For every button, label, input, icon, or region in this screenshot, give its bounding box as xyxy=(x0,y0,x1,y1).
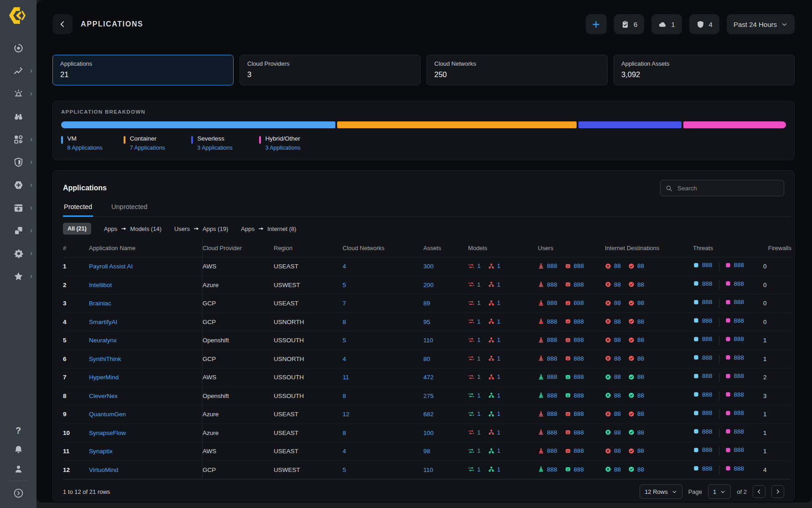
sidebar-item-alert-siren[interactable]: › xyxy=(0,82,36,105)
metric-count-link[interactable]: 1 xyxy=(477,318,481,325)
application-name-link[interactable]: Payroll Assist AI xyxy=(89,263,133,270)
metric-count-link[interactable]: 888 xyxy=(574,262,584,269)
metric-count-link[interactable]: 88 xyxy=(614,281,621,288)
sidebar-item-bell[interactable] xyxy=(0,440,36,459)
metric-count-link[interactable]: 888 xyxy=(734,372,744,379)
metric-count-link[interactable]: 888 xyxy=(547,410,557,417)
cloud-networks-link[interactable]: 5 xyxy=(343,282,346,288)
metric-count-link[interactable]: 88 xyxy=(637,299,644,306)
metric-count-link[interactable]: 888 xyxy=(702,354,713,361)
stat-card-cloud-providers[interactable]: Cloud Providers3 xyxy=(239,55,421,85)
metric-count-link[interactable]: 888 xyxy=(574,392,584,399)
metric-count-link[interactable]: 88 xyxy=(637,281,644,288)
filter-apps-models-14-[interactable]: AppsModels (14) xyxy=(104,225,161,232)
metric-count-link[interactable]: 888 xyxy=(574,429,584,436)
add-button[interactable] xyxy=(586,14,607,34)
legend-count-link[interactable]: 8 Applications xyxy=(68,145,103,151)
sidebar-item-settings[interactable]: › xyxy=(0,242,36,265)
application-name-link[interactable]: HyperMind xyxy=(89,374,119,381)
application-name-link[interactable]: Synaptix xyxy=(89,448,113,455)
metric-count-link[interactable]: 888 xyxy=(734,428,744,435)
legend-count-link[interactable]: 3 Applications xyxy=(265,145,301,151)
application-name-link[interactable]: Intellibot xyxy=(89,282,112,288)
metric-count-link[interactable]: 1 xyxy=(477,299,481,306)
sidebar-item-user[interactable] xyxy=(0,459,36,478)
metric-count-link[interactable]: 888 xyxy=(734,280,744,287)
breakdown-segment-hybrid-other[interactable] xyxy=(683,121,786,128)
metric-count-link[interactable]: 888 xyxy=(574,466,584,473)
metric-count-link[interactable]: 1 xyxy=(497,466,501,473)
sidebar-item-expand[interactable] xyxy=(0,483,36,503)
assets-link[interactable]: 100 xyxy=(423,429,434,436)
metric-count-link[interactable]: 88 xyxy=(614,373,621,380)
metric-count-link[interactable]: 88 xyxy=(637,373,644,380)
metric-count-link[interactable]: 88 xyxy=(614,392,621,399)
metric-count-link[interactable]: 1 xyxy=(477,466,481,473)
metric-count-link[interactable]: 888 xyxy=(734,317,744,324)
legend-count-link[interactable]: 3 Applications xyxy=(198,145,233,151)
brand-logo[interactable] xyxy=(8,5,28,26)
metric-count-link[interactable]: 888 xyxy=(734,299,744,305)
metric-count-link[interactable]: 888 xyxy=(702,446,713,453)
metric-count-link[interactable]: 888 xyxy=(702,262,713,268)
sidebar-item-shield[interactable]: › xyxy=(0,151,36,173)
metric-count-link[interactable]: 88 xyxy=(614,262,621,269)
filter-users-apps-19-[interactable]: UsersApps (19) xyxy=(174,225,228,232)
search-box[interactable] xyxy=(660,180,784,196)
application-name-link[interactable]: VirtuoMind xyxy=(89,466,118,473)
metric-count-link[interactable]: 88 xyxy=(614,410,621,417)
metric-count-link[interactable]: 888 xyxy=(547,466,557,473)
assets-link[interactable]: 200 xyxy=(423,282,434,288)
assets-link[interactable]: 300 xyxy=(423,263,434,270)
application-name-link[interactable]: SynthiThink xyxy=(89,356,121,362)
stat-card-cloud-networks[interactable]: Cloud Networks250 xyxy=(427,55,608,85)
sidebar-item-components[interactable]: › xyxy=(0,128,36,151)
metric-count-link[interactable]: 88 xyxy=(614,318,621,325)
metric-count-link[interactable]: 88 xyxy=(637,447,644,454)
application-name-link[interactable]: Neuralynx xyxy=(89,337,117,344)
metric-count-link[interactable]: 1 xyxy=(497,318,501,325)
cloud-networks-link[interactable]: 8 xyxy=(343,393,346,399)
breakdown-segment-vm[interactable] xyxy=(61,121,335,128)
metric-count-link[interactable]: 888 xyxy=(547,429,557,436)
metric-count-link[interactable]: 1 xyxy=(497,410,501,417)
metric-count-link[interactable]: 88 xyxy=(637,466,644,473)
cloud-networks-link[interactable]: 12 xyxy=(343,411,349,418)
metric-count-link[interactable]: 88 xyxy=(614,429,621,436)
metric-count-link[interactable]: 888 xyxy=(734,354,744,361)
metric-count-link[interactable]: 1 xyxy=(497,262,501,269)
sidebar-item-hexagon-plus[interactable]: › xyxy=(0,173,36,196)
metric-count-link[interactable]: 888 xyxy=(734,391,744,398)
metric-count-link[interactable]: 888 xyxy=(702,280,713,287)
sidebar-item-window-plus[interactable]: › xyxy=(0,196,36,219)
application-name-link[interactable]: CleverNex xyxy=(89,393,118,399)
cloud-networks-link[interactable]: 4 xyxy=(343,263,346,270)
search-input[interactable] xyxy=(677,184,779,192)
metric-count-link[interactable]: 888 xyxy=(547,447,557,454)
cloud-networks-link[interactable]: 7 xyxy=(343,300,346,307)
metric-count-link[interactable]: 888 xyxy=(547,281,557,288)
metric-count-link[interactable]: 888 xyxy=(547,262,557,269)
assets-link[interactable]: 110 xyxy=(423,466,433,473)
metric-count-link[interactable]: 888 xyxy=(734,335,744,342)
metric-count-link[interactable]: 1 xyxy=(477,373,481,380)
cloud-networks-link[interactable]: 4 xyxy=(343,356,346,362)
metric-count-link[interactable]: 888 xyxy=(547,336,557,343)
metric-count-link[interactable]: 888 xyxy=(702,409,713,416)
metric-count-link[interactable]: 888 xyxy=(734,262,744,268)
metric-count-link[interactable]: 88 xyxy=(637,262,644,269)
next-page-button[interactable] xyxy=(771,485,784,498)
metric-count-link[interactable]: 1 xyxy=(497,336,501,343)
metric-count-link[interactable]: 1 xyxy=(477,410,481,417)
breakdown-segment-container[interactable] xyxy=(337,121,577,128)
sidebar-item-star[interactable]: › xyxy=(0,265,36,288)
metric-count-link[interactable]: 88 xyxy=(637,410,644,417)
metric-count-link[interactable]: 888 xyxy=(734,446,744,453)
sidebar-item-insights[interactable]: › xyxy=(0,59,36,82)
metric-count-link[interactable]: 888 xyxy=(702,391,713,398)
metric-count-link[interactable]: 88 xyxy=(614,447,621,454)
tab-protected[interactable]: Protected xyxy=(63,203,93,217)
metric-count-link[interactable]: 1 xyxy=(477,447,481,454)
metric-count-link[interactable]: 888 xyxy=(702,335,713,342)
metric-count-link[interactable]: 1 xyxy=(497,355,501,362)
